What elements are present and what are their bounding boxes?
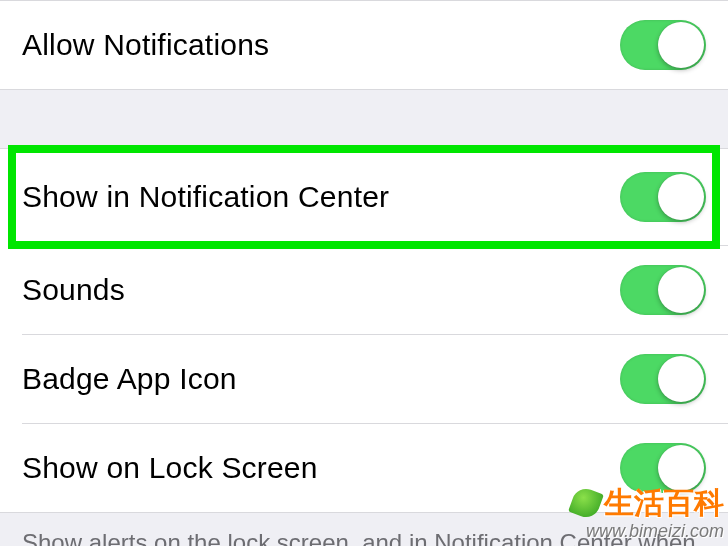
- watermark-cn-text: 生活百科: [604, 488, 724, 518]
- allow-notifications-toggle[interactable]: [620, 20, 706, 70]
- group-allow: Allow Notifications: [0, 0, 728, 90]
- toggle-knob: [658, 174, 704, 220]
- badge-app-icon-label: Badge App Icon: [22, 362, 237, 396]
- group-options: Show in Notification Center Sounds Badge…: [0, 148, 728, 513]
- allow-notifications-label: Allow Notifications: [22, 28, 269, 62]
- watermark-url: www.bimeizi.com: [572, 522, 724, 540]
- toggle-knob: [658, 445, 704, 491]
- badge-app-icon-toggle[interactable]: [620, 354, 706, 404]
- watermark-title: 生活百科: [572, 488, 724, 518]
- section-gap: [0, 90, 728, 148]
- show-on-lock-screen-label: Show on Lock Screen: [22, 451, 318, 485]
- show-in-notification-center-toggle[interactable]: [620, 172, 706, 222]
- sounds-toggle[interactable]: [620, 265, 706, 315]
- toggle-knob: [658, 267, 704, 313]
- toggle-knob: [658, 22, 704, 68]
- row-allow-notifications[interactable]: Allow Notifications: [0, 1, 728, 89]
- watermark: 生活百科 www.bimeizi.com: [572, 488, 724, 540]
- settings-screen: Allow Notifications Show in Notification…: [0, 0, 728, 546]
- row-show-in-notification-center[interactable]: Show in Notification Center: [0, 149, 728, 245]
- sounds-label: Sounds: [22, 273, 125, 307]
- highlight-notification-center: Show in Notification Center: [0, 149, 728, 245]
- leaf-icon: [568, 485, 604, 521]
- row-sounds[interactable]: Sounds: [0, 246, 728, 334]
- show-in-notification-center-label: Show in Notification Center: [22, 180, 389, 214]
- toggle-knob: [658, 356, 704, 402]
- row-badge-app-icon[interactable]: Badge App Icon: [0, 335, 728, 423]
